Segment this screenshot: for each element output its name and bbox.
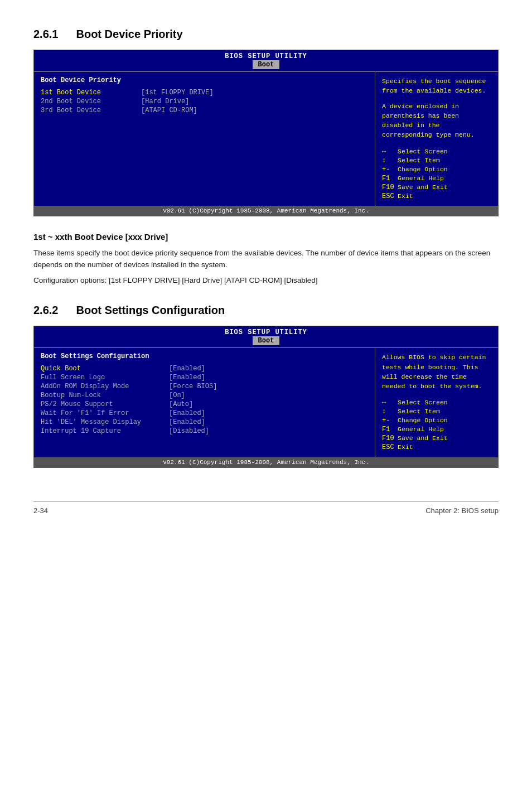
key-desc-0: Select Screen (398, 148, 448, 155)
table-row: Full Screen Logo [Enabled] (41, 374, 368, 381)
bios-left-title-1: Boot Device Priority (41, 76, 368, 84)
key-sym-2: +- (382, 166, 398, 173)
key-row: +- Change Option (382, 417, 491, 424)
subsection-heading-1: 1st ~ xxth Boot Device [xxx Drive] (33, 232, 499, 241)
table-row: PS/2 Mouse Support [Auto] (41, 400, 368, 408)
table-row: Hit 'DEL' Message Display [Enabled] (41, 418, 368, 426)
bios-tab-bar-2: Boot (34, 336, 498, 347)
bios-footer-1: v02.61 (C)Copyright 1985-2008, American … (34, 206, 498, 216)
bios2-item-value-1: [Enabled] (169, 374, 205, 381)
bios-right-desc-2a: Allows BIOS to skip certain tests while … (382, 352, 491, 391)
key-desc-5: Exit (398, 192, 413, 200)
bios-left-2: Boot Settings Configuration Quick Boot [… (34, 348, 375, 457)
key-sym-3: F1 (382, 175, 398, 182)
bios-title-bar-1: BIOS SETUP UTILITY (34, 50, 498, 60)
section-title-2: Boot Settings Configuration (76, 304, 225, 316)
bios-tab-bar-1: Boot (34, 60, 498, 71)
bios-right-desc-1a: Specifies the boot sequence from the ava… (382, 76, 491, 96)
key2-desc-3: General Help (398, 426, 444, 433)
bios2-item-label-0: Quick Boot (41, 365, 169, 373)
key2-desc-1: Select Item (398, 408, 440, 415)
key-row: ↕ Select Item (382, 157, 491, 165)
boot-item-label-1: 2nd Boot Device (41, 98, 141, 105)
bios-footer-2: v02.61 (C)Copyright 1985-2008, American … (34, 457, 498, 467)
boot-item-label-0: 1st Boot Device (41, 89, 141, 96)
key-row: F1 General Help (382, 175, 491, 182)
boot-item-value-2: [ATAPI CD-ROM] (141, 107, 197, 114)
bios2-item-label-3: Bootup Num-Lock (41, 392, 169, 399)
bios-box-2: BIOS SETUP UTILITY Boot Boot Settings Co… (33, 326, 499, 468)
key-row: ↕ Select Item (382, 408, 491, 416)
key-row: +- Change Option (382, 166, 491, 173)
key2-sym-1: ↕ (382, 408, 398, 416)
table-row: Quick Boot [Enabled] (41, 365, 368, 373)
body-para-1: These items specify the boot device prio… (33, 247, 499, 271)
key2-sym-5: ESC (382, 443, 398, 451)
key-desc-2: Change Option (398, 166, 448, 173)
key-desc-4: Save and Exit (398, 183, 448, 191)
page-footer: 2-34 Chapter 2: BIOS setup (33, 501, 499, 515)
bios2-item-label-2: AddOn ROM Display Mode (41, 383, 169, 390)
bios-box-1: BIOS SETUP UTILITY Boot Boot Device Prio… (33, 50, 499, 216)
boot-item-value-1: [Hard Drive] (141, 98, 189, 105)
bios-right-2: Allows BIOS to skip certain tests while … (375, 348, 498, 457)
bios-utility-title-2: BIOS SETUP UTILITY (225, 328, 307, 336)
bios2-item-label-4: PS/2 Mouse Support (41, 400, 169, 408)
table-row: AddOn ROM Display Mode [Force BIOS] (41, 383, 368, 390)
bios-title-bar-2: BIOS SETUP UTILITY (34, 326, 498, 336)
key-row: ESC Exit (382, 443, 491, 451)
bios2-item-value-7: [Disabled] (169, 427, 209, 435)
key-row: ↔ Select Screen (382, 399, 491, 407)
key-row: ↔ Select Screen (382, 148, 491, 156)
key2-desc-4: Save and Exit (398, 434, 448, 442)
bios-body-2: Boot Settings Configuration Quick Boot [… (34, 347, 498, 457)
key2-desc-5: Exit (398, 443, 413, 451)
key2-sym-2: +- (382, 417, 398, 424)
bios2-item-value-5: [Enabled] (169, 409, 205, 417)
bios2-item-label-6: Hit 'DEL' Message Display (41, 418, 169, 426)
bios2-item-value-4: [Auto] (169, 400, 193, 408)
chapter-label: Chapter 2: BIOS setup (425, 506, 499, 515)
key-desc-3: General Help (398, 175, 444, 182)
bios-tab-1[interactable]: Boot (253, 60, 280, 69)
key2-desc-2: Change Option (398, 417, 448, 424)
bios2-item-label-5: Wait For 'F1' If Error (41, 409, 169, 417)
key-sym-4: F10 (382, 183, 398, 191)
key-sym-0: ↔ (382, 148, 398, 156)
bios2-item-value-0: [Enabled] (169, 365, 205, 373)
table-row: Interrupt 19 Capture [Disabled] (41, 427, 368, 435)
bios-utility-title-1: BIOS SETUP UTILITY (225, 52, 307, 60)
section-num-1: 2.6.1 (33, 28, 58, 40)
bios2-item-value-2: [Force BIOS] (169, 383, 217, 390)
section-title-1: Boot Device Priority (76, 28, 182, 40)
body-para-2: Configuration options: [1st FLOPPY DRIVE… (33, 274, 499, 287)
bios-left-1: Boot Device Priority 1st Boot Device [1s… (34, 72, 375, 206)
key2-desc-0: Select Screen (398, 399, 448, 406)
key-row: F10 Save and Exit (382, 434, 491, 442)
bios2-item-label-7: Interrupt 19 Capture (41, 427, 169, 435)
key2-sym-0: ↔ (382, 399, 398, 407)
bios-keys-2: ↔ Select Screen ↕ Select Item +- Change … (382, 399, 491, 451)
bios-right-1: Specifies the boot sequence from the ava… (375, 72, 498, 206)
boot-item-value-0: [1st FLOPPY DRIVE] (141, 89, 214, 96)
bios-keys-1: ↔ Select Screen ↕ Select Item +- Change … (382, 148, 491, 200)
key-sym-5: ESC (382, 192, 398, 200)
section-num-2: 2.6.2 (33, 304, 58, 316)
key-sym-1: ↕ (382, 157, 398, 165)
key2-sym-3: F1 (382, 426, 398, 433)
bios-body-1: Boot Device Priority 1st Boot Device [1s… (34, 71, 498, 206)
key-row: F10 Save and Exit (382, 183, 491, 191)
bios2-item-value-3: [On] (169, 392, 185, 399)
key-desc-1: Select Item (398, 157, 440, 164)
key2-sym-4: F10 (382, 434, 398, 442)
bios2-item-label-1: Full Screen Logo (41, 374, 169, 381)
boot-item-label-2: 3rd Boot Device (41, 107, 141, 114)
table-row: 3rd Boot Device [ATAPI CD-ROM] (41, 107, 368, 114)
bios2-item-value-6: [Enabled] (169, 418, 205, 426)
bios-left-title-2: Boot Settings Configuration (41, 352, 368, 360)
table-row: Bootup Num-Lock [On] (41, 392, 368, 399)
bios-tab-2[interactable]: Boot (253, 336, 280, 345)
table-row: 2nd Boot Device [Hard Drive] (41, 98, 368, 105)
key-row: ESC Exit (382, 192, 491, 200)
section-heading-2: 2.6.2Boot Settings Configuration (33, 304, 499, 317)
